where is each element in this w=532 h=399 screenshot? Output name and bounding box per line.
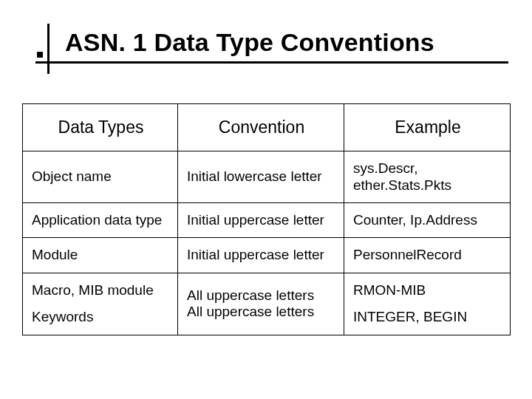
table-row: Object name Initial lowercase letter sys… (23, 151, 511, 203)
page-title: ASN. 1 Data Type Conventions (65, 28, 510, 57)
cell-convention: Initial uppercase letter (178, 202, 344, 237)
cell-convention: All uppercase letters All uppercase lett… (178, 273, 344, 335)
slide: ASN. 1 Data Type Conventions Data Types … (0, 0, 532, 399)
table-row: Macro, MIB module Keywords All uppercase… (23, 273, 511, 335)
cell-datatype-line: Keywords (32, 309, 170, 325)
title-block: ASN. 1 Data Type Conventions (35, 28, 510, 64)
cell-convention-line: All uppercase letters (187, 287, 336, 304)
cell-convention: Initial lowercase letter (178, 151, 344, 203)
title-horizontal-rule (35, 61, 508, 64)
spacer (353, 299, 502, 309)
cell-datatype: Macro, MIB module Keywords (23, 273, 178, 335)
cell-example: Counter, Ip.Address (344, 202, 511, 237)
cell-example: sys.Descr, ether.Stats.Pkts (344, 151, 511, 203)
cell-datatype-line: Macro, MIB module (32, 282, 170, 299)
cell-example: PersonnelRecord (344, 238, 511, 273)
cell-datatype: Module (23, 238, 178, 273)
col-header-datatype: Data Types (23, 104, 178, 151)
cell-convention-line: All uppercase letters (187, 304, 336, 320)
table-header-row: Data Types Convention Example (23, 104, 511, 151)
conventions-table: Data Types Convention Example Object nam… (22, 103, 511, 335)
table-row: Application data type Initial uppercase … (23, 202, 511, 237)
table-row: Module Initial uppercase letter Personne… (23, 238, 511, 273)
cell-example-line: RMON-MIB (353, 282, 502, 299)
cell-example-line: INTEGER, BEGIN (353, 309, 502, 325)
col-header-example: Example (344, 104, 511, 151)
cell-datatype: Application data type (23, 202, 178, 237)
col-header-convention: Convention (178, 104, 344, 151)
cell-convention: Initial uppercase letter (178, 238, 344, 273)
spacer (32, 299, 170, 309)
cell-datatype: Object name (23, 151, 178, 203)
cell-example: RMON-MIB INTEGER, BEGIN (344, 273, 511, 335)
